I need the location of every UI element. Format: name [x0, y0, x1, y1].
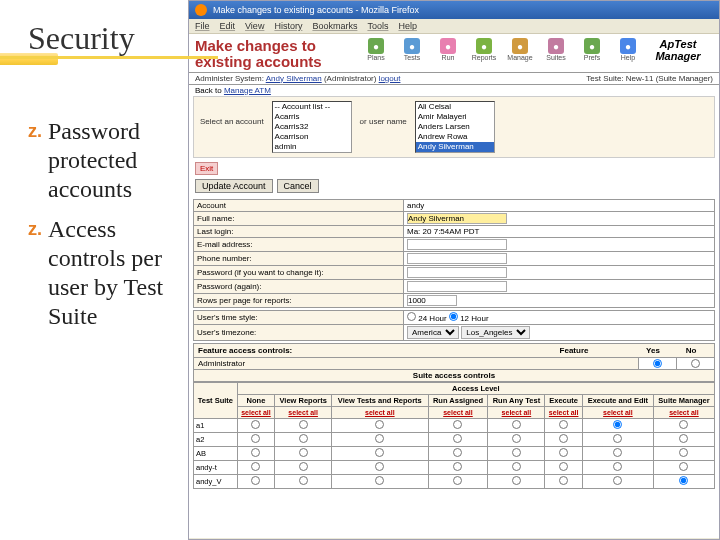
access-radio[interactable] — [559, 434, 568, 443]
access-radio[interactable] — [613, 420, 622, 429]
nav-prefs-icon[interactable]: ●Prefs — [577, 38, 607, 61]
access-radio[interactable] — [453, 420, 462, 429]
access-radio[interactable] — [559, 476, 568, 485]
access-radio[interactable] — [613, 462, 622, 471]
access-radio[interactable] — [679, 462, 688, 471]
select-all-link[interactable]: select all — [241, 409, 271, 416]
nav-plans-icon[interactable]: ●Plans — [361, 38, 391, 61]
cancel-button[interactable]: Cancel — [277, 179, 319, 193]
field-3[interactable] — [407, 239, 507, 250]
access-radio[interactable] — [299, 420, 308, 429]
admin-no-radio[interactable] — [691, 359, 700, 368]
menu-file[interactable]: File — [195, 21, 210, 31]
time-24-option[interactable]: 24 Hour — [407, 314, 447, 323]
access-radio[interactable] — [559, 448, 568, 457]
account-listbox[interactable]: -- Account list --AcarrisAcarris32Acarri… — [272, 101, 352, 153]
tz-city-select[interactable]: Los_Angeles — [461, 326, 530, 339]
access-radio[interactable] — [251, 420, 260, 429]
menu-help[interactable]: Help — [398, 21, 417, 31]
access-radio[interactable] — [375, 420, 384, 429]
access-radio[interactable] — [512, 434, 521, 443]
bullet-text: Access controls per user by Test Suite — [48, 215, 178, 330]
logout-link[interactable]: logout — [379, 74, 401, 83]
nav-suites-icon[interactable]: ●Suites — [541, 38, 571, 61]
nav-help-icon[interactable]: ●Help — [613, 38, 643, 61]
time-style-row: User's time style: 24 Hour 12 Hour User'… — [193, 310, 715, 341]
select-all-link[interactable]: select all — [443, 409, 473, 416]
slide-title-text: Security — [28, 20, 135, 56]
update-account-button[interactable]: Update Account — [195, 179, 273, 193]
bullet-text: Password protected accounts — [48, 117, 178, 203]
menu-tools[interactable]: Tools — [367, 21, 388, 31]
access-radio[interactable] — [453, 434, 462, 443]
page-header: Make changes to existing accounts ●Plans… — [189, 34, 719, 73]
feature-row-administrator: Administrator — [193, 358, 715, 370]
admin-user-link[interactable]: Andy Silverman — [266, 74, 322, 83]
field-6[interactable] — [407, 281, 507, 292]
access-radio[interactable] — [512, 476, 521, 485]
select-all-link[interactable]: select all — [365, 409, 395, 416]
access-radio[interactable] — [251, 448, 260, 457]
access-radio[interactable] — [679, 434, 688, 443]
select-all-link[interactable]: select all — [288, 409, 318, 416]
nav-reports-icon[interactable]: ●Reports — [469, 38, 499, 61]
access-radio[interactable] — [453, 476, 462, 485]
access-radio[interactable] — [375, 448, 384, 457]
select-all-link[interactable]: select all — [669, 409, 699, 416]
time-12-option[interactable]: 12 Hour — [449, 314, 489, 323]
access-radio[interactable] — [375, 434, 384, 443]
access-radio[interactable] — [559, 462, 568, 471]
test-suite-label: Test Suite: New-11 (Suite Manager) — [586, 74, 713, 83]
menu-edit[interactable]: Edit — [220, 21, 236, 31]
tz-region-select[interactable]: America — [407, 326, 459, 339]
browser-titlebar: Make changes to existing accounts - Mozi… — [189, 1, 719, 19]
access-radio[interactable] — [613, 476, 622, 485]
nav-tests-icon[interactable]: ●Tests — [397, 38, 427, 61]
bullet-marker-icon: z. — [28, 117, 42, 203]
field-4[interactable] — [407, 253, 507, 264]
access-radio[interactable] — [453, 462, 462, 471]
access-radio[interactable] — [375, 462, 384, 471]
admin-line: Administer System: Andy Silverman (Admin… — [189, 73, 719, 85]
admin-yes-radio[interactable] — [653, 359, 662, 368]
access-radio[interactable] — [299, 434, 308, 443]
back-link[interactable]: Manage ATM — [224, 86, 271, 95]
select-all-link[interactable]: select all — [603, 409, 633, 416]
menu-history[interactable]: History — [274, 21, 302, 31]
menu-view[interactable]: View — [245, 21, 264, 31]
select-account-label: Select an account — [200, 101, 264, 126]
window-title: Make changes to existing accounts - Mozi… — [213, 5, 419, 15]
nav-run-icon[interactable]: ●Run — [433, 38, 463, 61]
select-all-link[interactable]: select all — [549, 409, 579, 416]
access-radio[interactable] — [299, 476, 308, 485]
access-radio[interactable] — [613, 434, 622, 443]
access-radio[interactable] — [251, 462, 260, 471]
access-radio[interactable] — [512, 420, 521, 429]
username-listbox[interactable]: Ali CelsalAmir MalayeriAnders LarsenAndr… — [415, 101, 495, 153]
access-radio[interactable] — [512, 462, 521, 471]
account-select-area: Select an account -- Account list --Acar… — [193, 96, 715, 158]
aptest-logo: ApTest Manager — [643, 38, 713, 62]
access-radio[interactable] — [375, 476, 384, 485]
nav-manage-icon[interactable]: ●Manage — [505, 38, 535, 61]
access-radio[interactable] — [251, 434, 260, 443]
access-radio[interactable] — [453, 448, 462, 457]
access-radio[interactable] — [512, 448, 521, 457]
access-radio[interactable] — [679, 476, 688, 485]
access-radio[interactable] — [559, 420, 568, 429]
access-radio[interactable] — [299, 448, 308, 457]
field-5[interactable] — [407, 267, 507, 278]
field-1[interactable] — [407, 213, 507, 224]
access-radio[interactable] — [251, 476, 260, 485]
menu-bookmarks[interactable]: Bookmarks — [312, 21, 357, 31]
access-radio[interactable] — [299, 462, 308, 471]
access-radio[interactable] — [613, 448, 622, 457]
bullet-list: z. Password protected accounts z. Access… — [28, 117, 178, 331]
field-7[interactable] — [407, 295, 457, 306]
exit-button[interactable]: Exit — [195, 162, 218, 175]
firefox-icon — [195, 4, 207, 16]
browser-window: Make changes to existing accounts - Mozi… — [188, 0, 720, 540]
select-all-link[interactable]: select all — [502, 409, 532, 416]
access-radio[interactable] — [679, 420, 688, 429]
access-radio[interactable] — [679, 448, 688, 457]
